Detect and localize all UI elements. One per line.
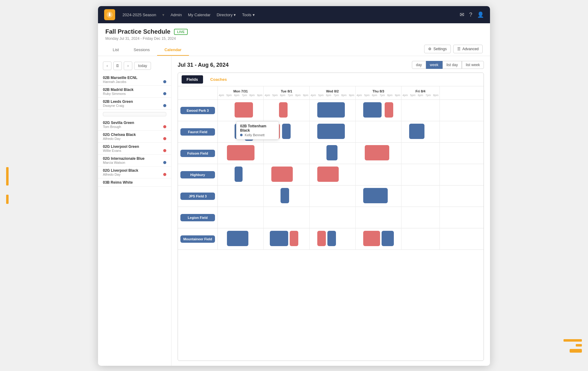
day-section-thu <box>356 207 401 228</box>
list-icon: ☰ <box>457 47 461 51</box>
help-icon[interactable]: ? <box>469 12 472 18</box>
user-icon[interactable]: 👤 <box>477 11 484 18</box>
fields-coaches-tabs: Fields Coaches <box>178 73 484 86</box>
field-row-mountaineer: Mountaineer Field <box>178 228 217 250</box>
event-block[interactable] <box>363 188 388 203</box>
mycalendar-link[interactable]: My Calendar <box>188 13 211 17</box>
event-block[interactable] <box>235 167 243 182</box>
sidebar-team-madrid[interactable]: 02B Madrid Black Ruby Simmons <box>98 86 171 98</box>
day-section-wed <box>310 228 356 250</box>
day-section-mon <box>218 207 264 228</box>
event-block[interactable] <box>271 167 293 182</box>
view-week[interactable]: week <box>426 61 443 69</box>
field-row-faurot: Faurot Field <box>178 121 217 143</box>
event-block[interactable] <box>385 102 393 118</box>
event-block[interactable] <box>281 188 289 203</box>
sidebar-team-leeds[interactable]: 02B Leeds Green Dwayne Craig <box>98 98 171 110</box>
event-block[interactable] <box>327 231 336 246</box>
tab-sessions[interactable]: Sessions <box>126 44 157 56</box>
event-block[interactable] <box>363 231 380 246</box>
view-listday[interactable]: list day <box>443 61 462 69</box>
day-section-fri <box>401 186 440 207</box>
sidebar-team-marseille[interactable]: 02B Marseille ECNL Hannah Jacobs <box>98 74 171 86</box>
sidebar-team-internazionale[interactable]: 02G Internazionale Blue Marcia Watson <box>98 155 171 167</box>
event-block[interactable] <box>227 231 248 246</box>
event-block[interactable] <box>227 145 254 160</box>
day-section-tue <box>264 164 310 186</box>
team-name: 02B Leeds Green <box>103 99 166 104</box>
calendar-area: Jul 31 - Aug 6, 2024 day week list day l… <box>172 56 490 366</box>
sidebar-team-liverpool-black[interactable]: 02G Liverpool Black Alfredo Day <box>98 167 171 178</box>
field-label[interactable]: Faurot Field <box>180 128 215 136</box>
prev-button[interactable]: ‹ <box>103 62 111 70</box>
event-block[interactable] <box>363 102 382 118</box>
svg-point-2 <box>109 14 111 16</box>
next-button[interactable]: › <box>124 62 132 70</box>
event-block[interactable] <box>382 231 394 246</box>
sidebar-team-sevilla[interactable]: 02G Sevilla Green Tom Brough <box>98 119 171 131</box>
tab-calendar[interactable]: Calendar <box>157 44 189 56</box>
tools-link[interactable]: Tools ▾ <box>242 13 254 17</box>
event-block[interactable] <box>317 124 345 139</box>
sidebar-team-liverpool-green[interactable]: 02G Liverpool Green Willie Evans <box>98 143 171 155</box>
event-block[interactable] <box>409 124 424 139</box>
day-section-thu <box>356 228 401 250</box>
timeline-area: Mon 7/31 4pm 5pm 6pm 7pm 8pm 9pm <box>218 86 484 250</box>
event-block[interactable] <box>279 102 288 118</box>
day-header-mon: Mon 7/31 4pm 5pm 6pm 7pm 8pm 9pm <box>218 86 264 99</box>
team-dot <box>163 125 166 128</box>
field-row-legion: Legion Field <box>178 207 217 228</box>
day-section-thu <box>356 164 401 186</box>
event-block[interactable] <box>290 231 298 246</box>
tab-list[interactable]: List <box>105 44 126 56</box>
day-section-wed <box>310 143 356 164</box>
day-section-fri <box>401 228 440 250</box>
day-section-fri <box>401 164 440 186</box>
calendar-container: Fields Coaches Ewood Park 3 Faurot Field <box>178 73 484 361</box>
team-dot <box>163 80 166 83</box>
sidebar-team-reims[interactable]: 03B Reims White <box>98 178 171 187</box>
advanced-button[interactable]: ☰ Advanced <box>453 45 483 53</box>
sidebar-team-chelsea[interactable]: 02G Chelsea Black Alfredo Day <box>98 131 171 143</box>
browser-window: 2024-2025 Season ▾ Admin My Calendar Dir… <box>98 6 490 366</box>
field-row-jps: JPS Field 3 <box>178 186 217 207</box>
search-box[interactable] <box>103 112 166 116</box>
field-label[interactable]: Ewood Park 3 <box>180 107 215 114</box>
event-block[interactable] <box>282 124 291 139</box>
calendar-btn[interactable]: 🗓 <box>113 62 122 70</box>
event-block[interactable] <box>317 231 326 246</box>
day-section-fri <box>401 207 440 228</box>
settings-button[interactable]: ⚙ Settings <box>424 45 450 53</box>
team-name: 02G Chelsea Black <box>103 133 166 137</box>
field-label[interactable]: JPS Field 3 <box>180 193 215 200</box>
event-block[interactable] <box>317 167 339 182</box>
season-link[interactable]: 2024-2025 Season <box>123 13 156 17</box>
field-label[interactable]: Folsom Field <box>180 150 215 157</box>
coaches-tab[interactable]: Coaches <box>205 75 232 84</box>
day-section-thu <box>356 100 401 121</box>
time-ticks-mon: 4pm 5pm 6pm 7pm 8pm 9pm <box>218 94 264 97</box>
event-block[interactable] <box>317 102 345 118</box>
field-label[interactable]: Mountaineer Field <box>180 235 215 243</box>
field-label[interactable]: Legion Field <box>180 214 215 221</box>
team-dot <box>163 173 166 176</box>
events-row-legion <box>218 207 484 228</box>
sidebar: ‹ 🗓 › today 02B Marseille ECNL Hannah Ja… <box>98 56 172 366</box>
day-section-tue <box>264 228 310 250</box>
fields-tab[interactable]: Fields <box>182 75 203 84</box>
view-listweek[interactable]: list week <box>462 61 484 69</box>
event-block[interactable] <box>235 102 253 118</box>
directory-link[interactable]: Directory ▾ <box>217 13 236 17</box>
today-button[interactable]: today <box>134 62 151 70</box>
day-section-tue <box>264 100 310 121</box>
event-block[interactable] <box>326 145 337 160</box>
time-ticks-tue: 4pm 5pm 6pm 7pm 8pm 9pm <box>264 94 310 97</box>
event-block[interactable] <box>270 231 288 246</box>
event-block[interactable] <box>365 145 389 160</box>
mail-icon[interactable]: ✉ <box>460 11 464 18</box>
time-ticks-wed: 4pm 5pm 6pm 7pm 8pm 9pm <box>310 94 356 97</box>
field-label[interactable]: Highbury <box>180 171 215 178</box>
admin-link[interactable]: Admin <box>171 13 182 17</box>
view-day[interactable]: day <box>412 61 426 69</box>
time-ticks-thu: 4pm 5pm 6pm 7pm 8pm 9pm <box>356 94 401 97</box>
